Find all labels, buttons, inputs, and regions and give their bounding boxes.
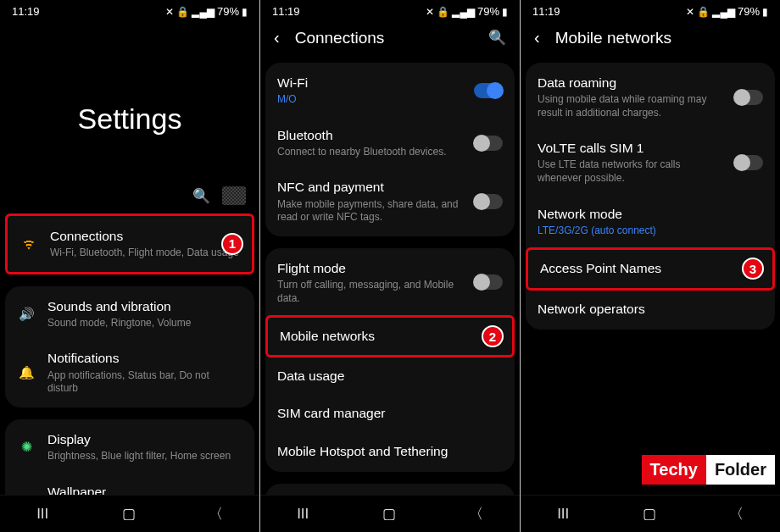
- list-item-display[interactable]: Display Brightness, Blue light filter, H…: [5, 421, 254, 474]
- recents-button[interactable]: III: [557, 506, 569, 523]
- item-label: Mobile networks: [280, 328, 500, 345]
- status-bar: 11:19 ✕🔒▂▄▆79%▮: [260, 0, 520, 21]
- status-time: 11:19: [532, 5, 560, 18]
- list-item-data-usage[interactable]: Data usage: [265, 357, 515, 395]
- item-sub: Using mobile data while roaming may resu…: [538, 93, 722, 119]
- status-indicators: ✕🔒▂▄▆79%▮: [686, 5, 768, 18]
- list-item-operators[interactable]: Network operators: [526, 291, 775, 328]
- recents-button[interactable]: III: [36, 506, 48, 523]
- search-icon[interactable]: 🔍: [488, 29, 506, 47]
- item-label: Sounds and vibration: [47, 298, 242, 315]
- item-label: Display: [47, 431, 242, 448]
- wifi-icon: [20, 238, 38, 250]
- list-item-wallpaper[interactable]: Wallpaper Home screen wallpaper, Lock sc…: [5, 474, 254, 495]
- list-item-network-mode[interactable]: Network mode LTE/3G/2G (auto connect): [526, 196, 775, 248]
- item-label: Data usage: [277, 368, 503, 385]
- item-sub: Brightness, Blue light filter, Home scre…: [47, 450, 242, 463]
- item-label: Notifications: [47, 350, 242, 367]
- account-avatar[interactable]: [222, 186, 246, 205]
- item-sub: Turn off calling, messaging, and Mobile …: [277, 279, 462, 305]
- list-item-more-settings[interactable]: More connection settings: [265, 485, 515, 495]
- wifi-toggle[interactable]: [474, 83, 503, 98]
- home-button[interactable]: ▢: [643, 505, 656, 523]
- item-label: Flight mode: [277, 260, 462, 277]
- callout-badge-3: 3: [742, 258, 764, 280]
- item-label: Wi-Fi: [277, 75, 462, 91]
- recents-button[interactable]: III: [297, 506, 309, 523]
- item-sub: Connect to nearby Bluetooth devices.: [277, 146, 462, 159]
- list-item-flight-mode[interactable]: Flight mode Turn off calling, messaging,…: [265, 250, 515, 315]
- list-item-nfc[interactable]: NFC and payment Make mobile payments, sh…: [265, 169, 515, 234]
- page-header: Settings: [0, 21, 259, 186]
- item-label: Data roaming: [538, 75, 722, 91]
- item-sub: Sound mode, Ringtone, Volume: [47, 317, 242, 330]
- search-icon[interactable]: 🔍: [192, 187, 210, 205]
- roaming-toggle[interactable]: [734, 90, 763, 105]
- item-label: Mobile Hotspot and Tethering: [277, 443, 503, 460]
- status-indicators: ✕🔒▂▄▆79%▮: [426, 5, 508, 18]
- item-label: NFC and payment: [277, 179, 462, 196]
- list-item-connections[interactable]: Connections Wi-Fi, Bluetooth, Flight mod…: [5, 213, 254, 274]
- item-sub: Make mobile payments, share data, and re…: [277, 198, 462, 224]
- back-button[interactable]: 〈: [469, 504, 483, 524]
- list-item-sim-manager[interactable]: SIM card manager: [265, 395, 515, 432]
- status-indicators: ✕🔒▂▄▆79%▮: [165, 5, 248, 18]
- list-item-bluetooth[interactable]: Bluetooth Connect to nearby Bluetooth de…: [265, 117, 515, 169]
- item-label: SIM card manager: [277, 405, 503, 422]
- list-item-hotspot[interactable]: Mobile Hotspot and Tethering: [265, 433, 515, 470]
- page-title: Connections: [295, 29, 473, 47]
- back-icon[interactable]: ‹: [534, 28, 540, 47]
- list-item-sounds[interactable]: Sounds and vibration Sound mode, Rington…: [5, 288, 254, 341]
- bluetooth-toggle[interactable]: [474, 136, 503, 151]
- nav-bar: III ▢ 〈: [521, 495, 780, 532]
- volte-toggle[interactable]: [734, 155, 763, 170]
- display-icon: [17, 439, 36, 455]
- callout-badge-2: 2: [482, 325, 504, 347]
- item-label: Network mode: [538, 206, 763, 223]
- sound-icon: [17, 307, 36, 322]
- status-time: 11:19: [12, 5, 40, 18]
- flight-toggle[interactable]: [474, 274, 503, 290]
- item-label: Bluetooth: [277, 127, 462, 144]
- item-sub: Use LTE data networks for calls whenever…: [538, 158, 722, 185]
- list-item-apn[interactable]: Access Point Names 3: [526, 247, 775, 290]
- home-button[interactable]: ▢: [122, 505, 136, 523]
- item-sub: Wi-Fi, Bluetooth, Flight mode, Data usag…: [50, 247, 240, 260]
- item-label: VoLTE calls SIM 1: [538, 140, 722, 157]
- item-sub: M/O: [277, 93, 462, 107]
- page-title: Settings: [0, 103, 259, 136]
- item-label: Wallpaper: [47, 484, 242, 495]
- status-bar: 11:19 ✕🔒▂▄▆79%▮: [0, 0, 259, 21]
- bell-icon: [17, 365, 36, 380]
- page-title: Mobile networks: [555, 29, 766, 47]
- item-label: Access Point Names: [540, 260, 760, 277]
- nav-bar: III ▢ 〈: [260, 495, 520, 532]
- back-button[interactable]: 〈: [729, 504, 744, 524]
- item-label: Network operators: [538, 301, 763, 318]
- watermark-logo: TechyFolder: [642, 455, 775, 485]
- list-item-wifi[interactable]: Wi-Fi M/O: [265, 64, 515, 117]
- nfc-toggle[interactable]: [474, 194, 503, 209]
- list-item-notifications[interactable]: Notifications App notifications, Status …: [5, 340, 254, 405]
- home-button[interactable]: ▢: [382, 505, 396, 523]
- status-time: 11:19: [272, 5, 300, 18]
- nav-bar: III ▢ 〈: [0, 495, 259, 532]
- list-item-volte[interactable]: VoLTE calls SIM 1 Use LTE data networks …: [526, 130, 775, 195]
- status-bar: 11:19 ✕🔒▂▄▆79%▮: [521, 0, 780, 21]
- list-item-data-roaming[interactable]: Data roaming Using mobile data while roa…: [526, 64, 775, 130]
- callout-badge-1: 1: [221, 233, 243, 255]
- list-item-mobile-networks[interactable]: Mobile networks 2: [265, 315, 515, 357]
- item-sub: App notifications, Status bar, Do not di…: [47, 369, 242, 396]
- back-icon[interactable]: ‹: [274, 28, 280, 47]
- item-label: Connections: [50, 228, 240, 245]
- back-button[interactable]: 〈: [209, 504, 223, 524]
- item-sub: LTE/3G/2G (auto connect): [538, 224, 763, 238]
